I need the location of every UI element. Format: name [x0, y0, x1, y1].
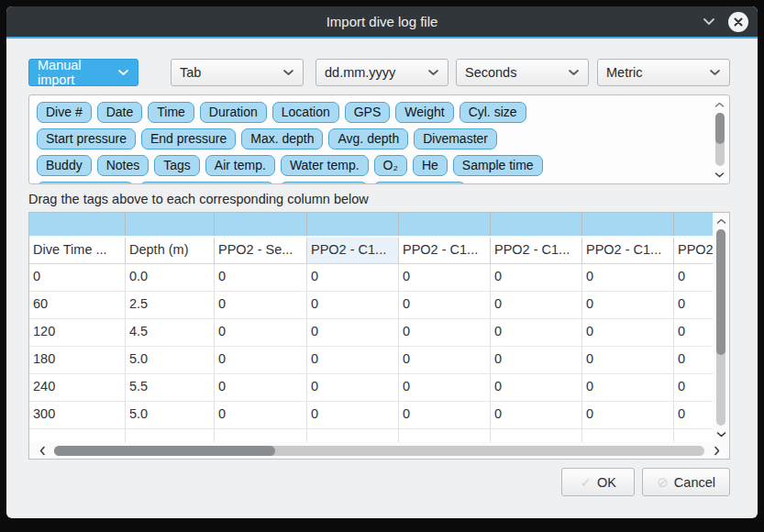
tag-tags[interactable]: Tags — [154, 155, 200, 176]
column-drop-row — [29, 213, 713, 238]
tag-time[interactable]: Time — [148, 102, 194, 123]
titlebar[interactable]: Import dive log file — [6, 6, 758, 37]
column-header[interactable]: PPO2 — [674, 238, 713, 264]
tag-date[interactable]: Date — [97, 102, 143, 123]
table-cell: 5.0 — [126, 402, 215, 429]
chevron-down-icon[interactable] — [701, 14, 717, 30]
tag-sample-time[interactable]: Sample time — [453, 155, 543, 176]
table-row: 3005.0000000 — [29, 402, 713, 429]
table-cell: 0 — [399, 347, 491, 374]
column-drop-target[interactable] — [491, 213, 582, 236]
tag-o-[interactable]: O₂ — [374, 155, 407, 176]
tags-scrollbar-track[interactable] — [715, 113, 725, 166]
tag-divemaster[interactable]: Divemaster — [414, 128, 497, 150]
column-header[interactable]: PPO2 - C1... — [399, 238, 491, 264]
tag-sample-temperature[interactable]: Sample temperature — [139, 182, 274, 184]
table-cell: 0 — [307, 374, 399, 402]
tags-scrollbar[interactable] — [713, 98, 726, 181]
tag-end-pressure[interactable]: End pressure — [141, 128, 236, 150]
tag-gps[interactable]: GPS — [345, 102, 391, 123]
table-cell: 0 — [491, 264, 582, 292]
field-separator-value: Tab — [180, 65, 201, 80]
tag-max-depth[interactable]: Max. depth — [241, 128, 323, 150]
chevron-down-icon — [427, 69, 439, 76]
tag-location[interactable]: Location — [272, 102, 339, 123]
table-cell: 0 — [29, 264, 126, 292]
import-type-value: Manual import — [38, 58, 117, 87]
table-cell: 0 — [399, 264, 491, 292]
column-drop-target[interactable] — [215, 213, 307, 236]
table-vscroll-thumb[interactable] — [716, 229, 725, 355]
table-cell: 0 — [491, 347, 582, 374]
field-separator-select[interactable]: Tab — [171, 59, 304, 86]
scroll-down-icon[interactable] — [714, 168, 725, 181]
preview-table: Dive Time ...Depth (m)PPO2 - Se...PPO2 -… — [28, 212, 730, 460]
table-cell: 0 — [215, 264, 307, 292]
tag-cyl-size[interactable]: Cyl. size — [460, 102, 526, 123]
table-cell: 0 — [399, 292, 491, 319]
date-format-select[interactable]: dd.mm.yyyy — [316, 59, 448, 86]
tag-he[interactable]: He — [413, 155, 448, 176]
table-cell: 5.0 — [126, 347, 215, 374]
column-header[interactable]: PPO2 - Se... — [215, 238, 307, 264]
tag-duration[interactable]: Duration — [200, 102, 267, 123]
tag-avg-depth[interactable]: Avg. depth — [328, 128, 408, 150]
scroll-left-icon[interactable] — [33, 446, 51, 456]
column-drop-target[interactable] — [582, 213, 674, 236]
tags-scrollbar-thumb[interactable] — [715, 113, 725, 144]
column-header[interactable]: Depth (m) — [126, 238, 215, 264]
scroll-right-icon[interactable] — [707, 446, 725, 456]
import-type-select[interactable]: Manual import — [28, 59, 138, 86]
titlebar-accent-line — [6, 37, 758, 39]
table-cell: 0 — [582, 402, 674, 429]
table-vscroll-track[interactable] — [716, 229, 725, 426]
column-header[interactable]: Dive Time ... — [29, 238, 126, 264]
chevron-down-icon — [282, 69, 294, 76]
table-cell: 0 — [399, 319, 491, 347]
scroll-up-icon[interactable] — [714, 98, 725, 111]
tag-start-pressure[interactable]: Start pressure — [37, 128, 136, 150]
cancel-button[interactable]: ⊘ Cancel — [642, 468, 730, 496]
close-button[interactable] — [728, 12, 748, 32]
tag-weight[interactable]: Weight — [395, 102, 453, 123]
table-horizontal-scrollbar[interactable] — [29, 442, 729, 459]
table-cell: 0 — [491, 402, 582, 429]
table-cell: 0 — [674, 374, 713, 402]
column-header[interactable]: PPO2 - C1... — [491, 238, 582, 264]
tag-sample-depth[interactable]: Sample depth — [37, 182, 134, 184]
scroll-down-icon[interactable] — [716, 427, 726, 440]
table-cell: 0 — [674, 347, 713, 374]
tag-water-temp-[interactable]: Water temp. — [281, 155, 369, 176]
table-row — [29, 429, 713, 442]
table-hscroll-track[interactable] — [54, 446, 704, 456]
column-drop-target[interactable] — [674, 213, 713, 236]
tag-air-temp-[interactable]: Air temp. — [205, 155, 275, 176]
table-cell: 2.5 — [126, 292, 215, 319]
dialog-content: Manual import Tab dd.mm.yyyy Seconds — [6, 59, 758, 496]
tag-notes[interactable]: Notes — [97, 155, 149, 176]
table-hscroll-thumb[interactable] — [54, 446, 275, 456]
tag-sample-po-[interactable]: Sample pO₂ — [280, 182, 367, 184]
tag-dive-[interactable]: Dive # — [37, 102, 92, 123]
table-cell: 0 — [582, 374, 674, 402]
tag-sample-cns[interactable]: Sample CNS — [373, 182, 466, 184]
column-drop-target[interactable] — [399, 213, 491, 236]
import-dialog-window: Import dive log file Manual import Tab — [6, 6, 758, 518]
column-drop-target[interactable] — [29, 213, 126, 236]
scroll-up-icon[interactable] — [716, 215, 726, 227]
table-cell: 0 — [674, 264, 713, 292]
import-options-row: Manual import Tab dd.mm.yyyy Seconds — [28, 59, 730, 86]
tag-buddy[interactable]: Buddy — [37, 155, 92, 176]
units-select[interactable]: Metric — [597, 59, 730, 86]
column-header[interactable]: PPO2 - C1... — [307, 238, 399, 264]
column-drop-target[interactable] — [126, 213, 215, 236]
table-vertical-scrollbar[interactable] — [713, 213, 729, 442]
tag-row: Start pressureEnd pressureMax. depthAvg.… — [34, 127, 705, 153]
table-header-row: Dive Time ...Depth (m)PPO2 - Se...PPO2 -… — [29, 238, 713, 264]
ok-button-label: OK — [597, 475, 616, 490]
table-cell: 0 — [582, 292, 674, 319]
column-header[interactable]: PPO2 - C1... — [582, 238, 674, 264]
column-drop-target[interactable] — [307, 213, 399, 236]
ok-button[interactable]: ✓ OK — [561, 468, 635, 496]
duration-format-select[interactable]: Seconds — [456, 59, 589, 86]
